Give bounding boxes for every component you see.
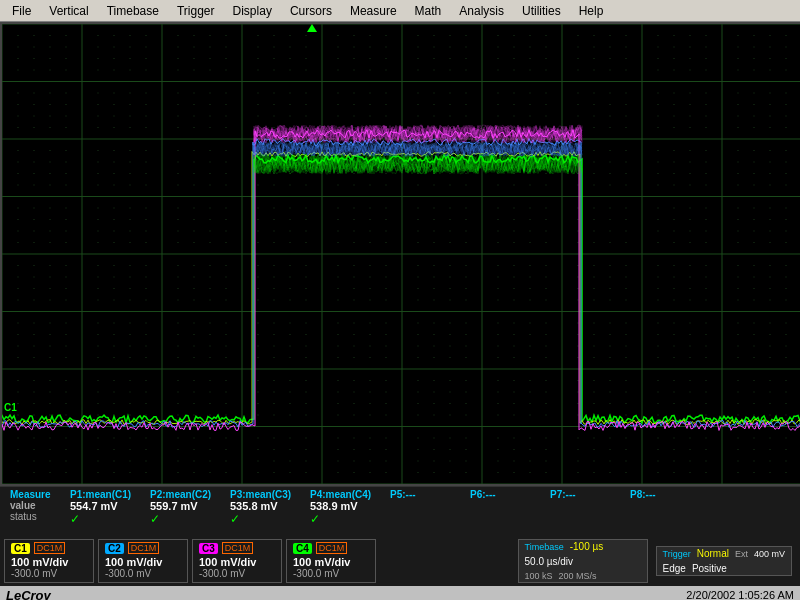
- menu-item-trigger[interactable]: Trigger: [169, 2, 223, 20]
- menu-item-timebase[interactable]: Timebase: [99, 2, 167, 20]
- p4-check: ✓: [310, 512, 320, 526]
- ch1-offset: -300.0 mV: [11, 568, 87, 579]
- p2-check: ✓: [150, 512, 160, 526]
- timebase-label: Timebase: [525, 542, 564, 552]
- timebase-value: -100 µs: [570, 541, 604, 552]
- p4-label: P4:mean(C4): [310, 489, 371, 500]
- p1-label: P1:mean(C1): [70, 489, 131, 500]
- timebase-samples: 100 kS: [525, 571, 553, 581]
- ch1-badge: C1: [11, 543, 30, 554]
- trigger-label: Trigger: [663, 549, 691, 559]
- p6-col: P6:---: [464, 489, 544, 500]
- p3-value: 535.8 mV: [230, 500, 278, 512]
- p2-value: 559.7 mV: [150, 500, 198, 512]
- ch4-header: C4 DC1M: [293, 542, 369, 554]
- timebase-samplerate: 200 MS/s: [559, 571, 597, 581]
- measure-header-col: Measure value status: [4, 489, 64, 522]
- p8-label: P8:---: [630, 489, 656, 500]
- ch2-badge: C2: [105, 543, 124, 554]
- right-panel: Timebase -100 µs 50.0 µs/div 100 kS 200 …: [518, 539, 796, 583]
- trigger-ext-label: Ext: [735, 549, 748, 559]
- ch3-coupling: DC1M: [222, 542, 254, 554]
- p4-col: P4:mean(C4) 538.9 mV ✓: [304, 489, 384, 526]
- ch4-block[interactable]: C4 DC1M 100 mV/div -300.0 mV: [286, 539, 376, 583]
- ch3-badge: C3: [199, 543, 218, 554]
- trigger-block[interactable]: Trigger Normal Ext 400 mV Edge Positive: [656, 546, 792, 576]
- ch2-volt: 100 mV/div: [105, 556, 181, 568]
- menu-item-vertical[interactable]: Vertical: [41, 2, 96, 20]
- menu-item-cursors[interactable]: Cursors: [282, 2, 340, 20]
- brand-logo: LeCroy: [6, 588, 51, 601]
- ch3-block[interactable]: C3 DC1M 100 mV/div -300.0 mV: [192, 539, 282, 583]
- menu-item-display[interactable]: Display: [225, 2, 280, 20]
- p3-col: P3:mean(C3) 535.8 mV ✓: [224, 489, 304, 526]
- menu-item-help[interactable]: Help: [571, 2, 612, 20]
- ch4-offset: -300.0 mV: [293, 568, 369, 579]
- ch1-volt: 100 mV/div: [11, 556, 87, 568]
- p3-label: P3:mean(C3): [230, 489, 291, 500]
- ch1-scope-label: C1: [4, 402, 17, 413]
- measure-title: Measure: [10, 489, 51, 500]
- p8-col: P8:---: [624, 489, 704, 500]
- trigger-mode: Normal: [697, 548, 729, 559]
- p1-value: 554.7 mV: [70, 500, 118, 512]
- p1-col: P1:mean(C1) 554.7 mV ✓: [64, 489, 144, 526]
- trigger-source: Edge: [663, 563, 686, 574]
- p7-col: P7:---: [544, 489, 624, 500]
- right-row-1: Timebase -100 µs 50.0 µs/div 100 kS 200 …: [518, 539, 792, 583]
- ch1-coupling: DC1M: [34, 542, 66, 554]
- ch2-offset: -300.0 mV: [105, 568, 181, 579]
- p2-label: P2:mean(C2): [150, 489, 211, 500]
- p3-check: ✓: [230, 512, 240, 526]
- footer: LeCroy 2/20/2002 1:05:26 AM: [0, 586, 800, 600]
- timebase-block[interactable]: Timebase -100 µs 50.0 µs/div 100 kS 200 …: [518, 539, 648, 583]
- ch1-header: C1 DC1M: [11, 542, 87, 554]
- ch2-block[interactable]: C2 DC1M 100 mV/div -300.0 mV: [98, 539, 188, 583]
- trigger-coupling: Positive: [692, 563, 727, 574]
- p7-label: P7:---: [550, 489, 576, 500]
- p6-label: P6:---: [470, 489, 496, 500]
- ch2-header: C2 DC1M: [105, 542, 181, 554]
- scope-display: C1: [2, 24, 800, 484]
- timebase-div: 50.0 µs/div: [525, 556, 574, 567]
- p5-col: P5:---: [384, 489, 464, 500]
- measure-status-label: status: [10, 511, 37, 522]
- ch3-header: C3 DC1M: [199, 542, 275, 554]
- channel-bar: C1 DC1M 100 mV/div -300.0 mV C2 DC1M 100…: [0, 536, 800, 586]
- scope-screen: C1: [0, 22, 800, 486]
- p5-label: P5:---: [390, 489, 416, 500]
- measure-bar: Measure value status P1:mean(C1) 554.7 m…: [0, 486, 800, 536]
- ch3-offset: -300.0 mV: [199, 568, 275, 579]
- ch4-coupling: DC1M: [316, 542, 348, 554]
- menubar: FileVerticalTimebaseTriggerDisplayCursor…: [0, 0, 800, 22]
- ch4-volt: 100 mV/div: [293, 556, 369, 568]
- ch4-badge: C4: [293, 543, 312, 554]
- measure-value-label: value: [10, 500, 36, 511]
- menu-item-math[interactable]: Math: [407, 2, 450, 20]
- p4-value: 538.9 mV: [310, 500, 358, 512]
- scope-waveform: [2, 24, 800, 484]
- menu-item-utilities[interactable]: Utilities: [514, 2, 569, 20]
- p2-col: P2:mean(C2) 559.7 mV ✓: [144, 489, 224, 526]
- menu-item-file[interactable]: File: [4, 2, 39, 20]
- ch1-block[interactable]: C1 DC1M 100 mV/div -300.0 mV: [4, 539, 94, 583]
- p1-check: ✓: [70, 512, 80, 526]
- ch3-volt: 100 mV/div: [199, 556, 275, 568]
- ch2-coupling: DC1M: [128, 542, 160, 554]
- menu-item-measure[interactable]: Measure: [342, 2, 405, 20]
- trigger-ext-value: 400 mV: [754, 549, 785, 559]
- datetime-display: 2/20/2002 1:05:26 AM: [686, 589, 794, 600]
- menu-item-analysis[interactable]: Analysis: [451, 2, 512, 20]
